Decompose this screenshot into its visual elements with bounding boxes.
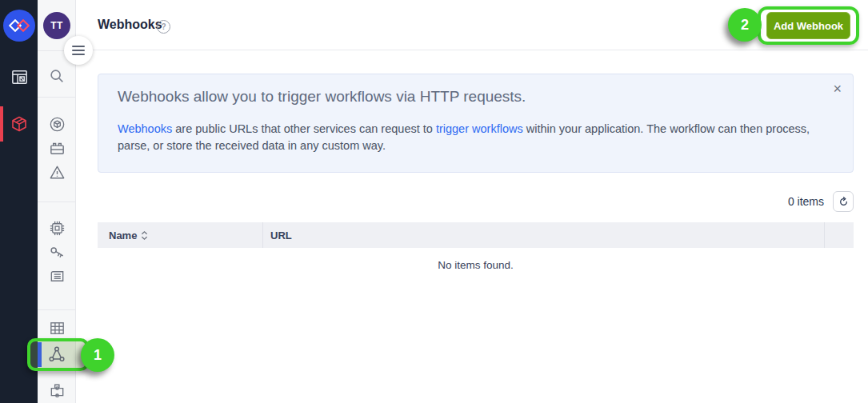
annotation-marker-1-label: 1: [94, 347, 102, 364]
warning-triangle-icon: [48, 163, 66, 182]
app-window: TT: [0, 0, 868, 403]
sidebar-item-archive[interactable]: [47, 138, 66, 158]
infinity-logo-icon: [9, 19, 30, 32]
column-divider: [262, 222, 263, 248]
empty-state-message: No items found.: [98, 259, 854, 271]
dashboard-icon: [10, 68, 29, 86]
annotation-marker-2-label: 2: [741, 17, 749, 34]
collapse-sidebar-button[interactable]: [64, 36, 93, 65]
annotation-marker-1: 1: [81, 338, 114, 372]
sidebar-item-webhooks[interactable]: [47, 345, 66, 364]
close-icon[interactable]: ×: [833, 81, 842, 98]
active-tool-indicator: [38, 342, 42, 367]
puzzle-icon: [48, 381, 66, 399]
column-header-name[interactable]: Name: [109, 222, 148, 248]
table-header: Name URL: [98, 222, 854, 248]
sidebar-item-jobs[interactable]: [47, 218, 66, 237]
column-url-label: URL: [270, 229, 292, 241]
trigger-workflows-link[interactable]: trigger workflows: [436, 122, 523, 135]
sidebar-item-packages[interactable]: [10, 114, 29, 134]
sidebar-item-bundles[interactable]: [47, 114, 66, 134]
news-document-icon: [48, 267, 66, 285]
banner-heading: Webhooks allow you to trigger workflows …: [118, 88, 526, 106]
sidebar-item-tables[interactable]: [47, 318, 66, 337]
avatar[interactable]: TT: [43, 12, 70, 39]
column-name-label: Name: [109, 229, 137, 241]
avatar-initials: TT: [50, 20, 63, 31]
chip-icon: [48, 219, 66, 237]
sidebar-separator: [38, 202, 76, 202]
webhooks-link[interactable]: Webhooks: [118, 122, 172, 135]
annotation-marker-2: 2: [728, 8, 762, 42]
sidebar-item-extensions[interactable]: [47, 380, 66, 399]
search-icon: [48, 67, 66, 85]
help-glyph: ?: [161, 22, 166, 31]
sidebar-item-project[interactable]: [10, 67, 29, 86]
column-divider: [824, 222, 825, 248]
package-circle-icon: [48, 115, 66, 134]
help-icon[interactable]: ?: [157, 20, 170, 34]
webhook-icon: [47, 345, 66, 364]
sidebar-item-issues[interactable]: [47, 162, 66, 182]
banner-body: Webhooks are public URLs that other serv…: [118, 121, 838, 154]
page-title: Webhooks: [98, 18, 162, 32]
sidebar-separator: [38, 97, 76, 98]
banner-text-1: are public URLs that other services can …: [172, 122, 436, 135]
grid-table-icon: [48, 319, 66, 337]
column-header-url[interactable]: URL: [270, 222, 292, 248]
hamburger-icon: [72, 46, 85, 55]
active-module-indicator: [0, 106, 3, 142]
sidebar-item-logs[interactable]: [47, 266, 66, 285]
app-logo[interactable]: [3, 10, 35, 42]
sort-icon: [141, 230, 148, 241]
sidebar-separator: [38, 309, 76, 310]
sidebar-item-secrets[interactable]: [47, 242, 66, 261]
info-banner: Webhooks allow you to trigger workflows …: [98, 74, 854, 173]
add-webhook-button[interactable]: Add Webhook: [766, 12, 850, 39]
package-cube-icon: [10, 114, 29, 134]
refresh-icon: [838, 197, 849, 207]
header-divider: [76, 50, 868, 50]
list-toolbar: 0 items: [788, 191, 854, 212]
items-count: 0 items: [788, 195, 824, 208]
sidebar-item-search[interactable]: [47, 66, 66, 86]
key-icon: [48, 243, 66, 261]
refresh-button[interactable]: [833, 191, 854, 212]
toolbox-icon: [48, 139, 66, 158]
